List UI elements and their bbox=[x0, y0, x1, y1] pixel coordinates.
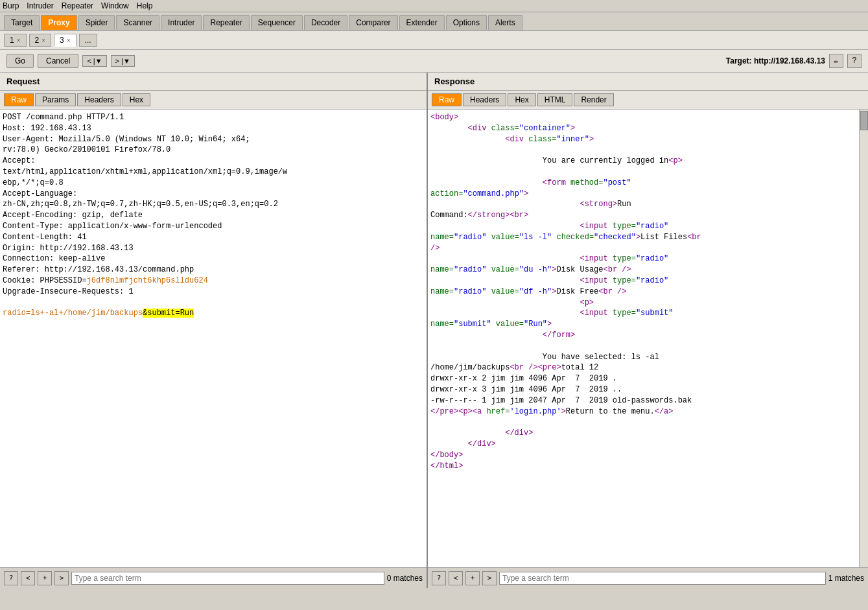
tab-scanner[interactable]: Scanner bbox=[116, 15, 159, 30]
response-text: <body> <div class="container"> <div clas… bbox=[430, 113, 701, 471]
repeater-tab-2[interactable]: 2 × bbox=[29, 34, 52, 47]
response-search-input[interactable] bbox=[499, 572, 826, 585]
cancel-button[interactable]: Cancel bbox=[38, 54, 78, 68]
main-tab-bar: Target Proxy Spider Scanner Intruder Rep… bbox=[0, 12, 868, 31]
request-text-normal: POST /command.php HTTP/1.1 Host: 192.168… bbox=[3, 113, 287, 318]
tab-target[interactable]: Target bbox=[4, 15, 40, 30]
repeater-tab-bar: 1 × 2 × 3 × ... bbox=[0, 31, 868, 50]
fwd-nav-button[interactable]: > |▼ bbox=[111, 55, 135, 67]
menu-repeater[interactable]: Repeater bbox=[62, 1, 93, 10]
menu-window[interactable]: Window bbox=[101, 1, 129, 10]
request-content[interactable]: POST /command.php HTTP/1.1 Host: 192.168… bbox=[0, 110, 427, 567]
resp-tab-render[interactable]: Render bbox=[574, 93, 613, 106]
tab-proxy[interactable]: Proxy bbox=[41, 15, 76, 30]
response-content[interactable]: <body> <div class="container"> <div clas… bbox=[428, 110, 859, 567]
request-add-btn[interactable]: + bbox=[38, 571, 52, 585]
repeater-tab-1-close[interactable]: × bbox=[17, 37, 21, 44]
repeater-tab-3-label: 3 bbox=[60, 36, 64, 45]
tab-alerts[interactable]: Alerts bbox=[488, 15, 522, 30]
request-label: Request bbox=[0, 73, 427, 91]
menu-burp[interactable]: Burp bbox=[3, 1, 19, 10]
edit-target-button[interactable]: ✏ bbox=[829, 54, 843, 68]
tab-comparer[interactable]: Comparer bbox=[349, 15, 397, 30]
repeater-tab-1-label: 1 bbox=[10, 36, 14, 45]
response-prev-btn[interactable]: < bbox=[449, 571, 463, 585]
request-search-matches: 0 matches bbox=[387, 574, 423, 583]
tab-spider[interactable]: Spider bbox=[78, 15, 115, 30]
request-search-bar: ? < + > 0 matches bbox=[0, 567, 427, 588]
req-tab-hex[interactable]: Hex bbox=[123, 93, 150, 106]
request-tab-bar: Raw Params Headers Hex bbox=[0, 91, 427, 110]
toolbar: Go Cancel < |▼ > |▼ Target: http://192.1… bbox=[0, 50, 868, 73]
main-content: Request Raw Params Headers Hex POST /com… bbox=[0, 73, 868, 588]
req-tab-raw[interactable]: Raw bbox=[4, 93, 34, 106]
target-label: Target: http://192.168.43.13 bbox=[726, 56, 825, 65]
resp-tab-headers[interactable]: Headers bbox=[463, 93, 506, 106]
repeater-tab-1[interactable]: 1 × bbox=[4, 34, 27, 47]
go-button[interactable]: Go bbox=[6, 54, 34, 68]
request-search-input[interactable] bbox=[71, 572, 384, 585]
resp-tab-hex[interactable]: Hex bbox=[508, 93, 535, 106]
tab-repeater[interactable]: Repeater bbox=[203, 15, 249, 30]
request-panel: Request Raw Params Headers Hex POST /com… bbox=[0, 73, 428, 588]
tab-decoder[interactable]: Decoder bbox=[304, 15, 347, 30]
resp-tab-raw[interactable]: Raw bbox=[432, 93, 462, 106]
back-nav-button[interactable]: < |▼ bbox=[82, 55, 106, 67]
resp-tab-html[interactable]: HTML bbox=[537, 93, 573, 106]
response-help-btn[interactable]: ? bbox=[432, 571, 446, 585]
response-label: Response bbox=[428, 73, 868, 91]
response-tab-bar: Raw Headers Hex HTML Render bbox=[428, 91, 868, 110]
response-scrollbar[interactable] bbox=[859, 110, 868, 567]
request-prev-btn[interactable]: < bbox=[21, 571, 35, 585]
repeater-tab-more[interactable]: ... bbox=[79, 34, 97, 47]
response-panel: Response Raw Headers Hex HTML Render <bo… bbox=[428, 73, 868, 588]
menu-help[interactable]: Help bbox=[137, 1, 153, 10]
repeater-tab-2-close[interactable]: × bbox=[41, 37, 45, 44]
request-help-btn[interactable]: ? bbox=[4, 571, 18, 585]
menu-intruder[interactable]: Intruder bbox=[27, 1, 53, 10]
req-tab-params[interactable]: Params bbox=[35, 93, 76, 106]
response-add-btn[interactable]: + bbox=[465, 571, 480, 585]
repeater-tab-3-close[interactable]: × bbox=[67, 37, 71, 44]
response-next-btn[interactable]: > bbox=[482, 571, 497, 585]
tab-extender[interactable]: Extender bbox=[399, 15, 445, 30]
repeater-tab-2-label: 2 bbox=[35, 36, 40, 45]
repeater-tab-3[interactable]: 3 × bbox=[54, 34, 76, 47]
response-search-bar: ? < + > 1 matches bbox=[428, 567, 868, 588]
menu-bar: Burp Intruder Repeater Window Help bbox=[0, 0, 868, 12]
tab-sequencer[interactable]: Sequencer bbox=[251, 15, 303, 30]
req-tab-headers[interactable]: Headers bbox=[77, 93, 121, 106]
response-search-matches: 1 matches bbox=[828, 574, 864, 583]
tab-options[interactable]: Options bbox=[446, 15, 487, 30]
response-scrollbar-thumb[interactable] bbox=[860, 111, 868, 130]
tab-intruder[interactable]: Intruder bbox=[161, 15, 202, 30]
request-next-btn[interactable]: > bbox=[54, 571, 69, 585]
target-help-button[interactable]: ? bbox=[847, 54, 862, 68]
